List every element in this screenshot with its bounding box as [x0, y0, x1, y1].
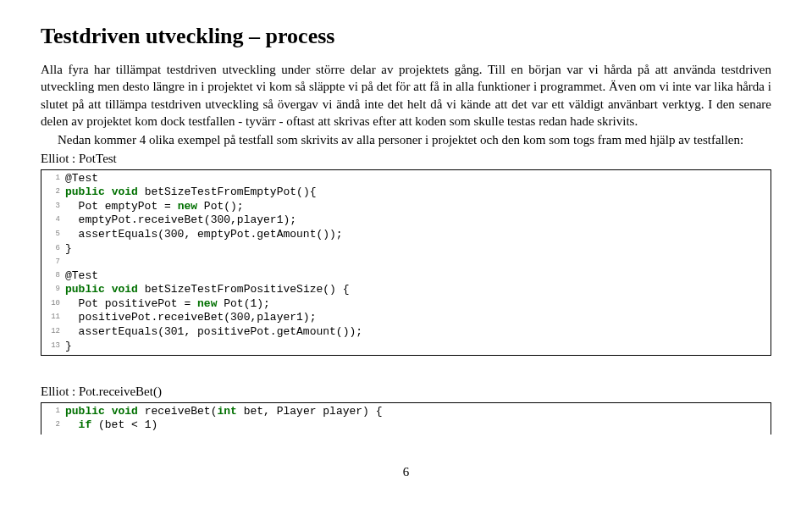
line-number: 7 — [43, 256, 65, 269]
paragraph-2: Nedan kommer 4 olika exempel på testfall… — [41, 131, 771, 148]
line-number: 1 — [43, 172, 65, 186]
code-block-2: 1public void receiveBet(int bet, Player … — [41, 402, 771, 435]
code-line: assertEquals(300, emptyPot.getAmount()); — [65, 228, 343, 242]
code-line: assertEquals(301, positivePot.getAmount(… — [65, 325, 362, 340]
paragraph-1: Alla fyra har tillämpat testdriven utvec… — [41, 61, 771, 130]
line-number: 12 — [43, 325, 65, 340]
code-line: public void receiveBet(int bet, Player p… — [65, 405, 383, 419]
code-line: } — [65, 242, 72, 257]
code-line: public void betSizeTestFromEmptyPot(){ — [65, 185, 316, 200]
line-number: 5 — [43, 228, 65, 242]
code-line: @Test — [65, 269, 98, 284]
line-number: 3 — [43, 200, 65, 214]
line-number: 11 — [43, 311, 65, 325]
line-number: 13 — [43, 340, 65, 354]
code-line: positivePot.receiveBet(300,player1); — [65, 311, 316, 325]
caption-elliot-receivebet: Elliot : Pot.receiveBet() — [41, 383, 771, 400]
line-number: 4 — [43, 213, 65, 228]
section-heading: Testdriven utveckling – process — [41, 24, 771, 49]
caption-elliot-pottest: Elliot : PotTest — [41, 150, 771, 167]
code-line: public void betSizeTestFromPositiveSize(… — [65, 283, 349, 297]
code-line: Pot positivePot = new Pot(1); — [65, 297, 270, 312]
code-line: emptyPot.receiveBet(300,player1); — [65, 213, 296, 228]
line-number: 2 — [43, 418, 65, 433]
code-line: if (bet < 1) — [65, 418, 157, 433]
line-number: 1 — [43, 405, 65, 419]
line-number: 10 — [43, 297, 65, 312]
line-number: 6 — [43, 242, 65, 257]
code-block-1: 1@Test 2public void betSizeTestFromEmpty… — [41, 169, 771, 357]
line-number: 2 — [43, 185, 65, 200]
line-number: 9 — [43, 283, 65, 297]
line-number: 8 — [43, 269, 65, 284]
code-line: } — [65, 340, 72, 354]
code-line: Pot emptyPot = new Pot(); — [65, 200, 244, 214]
page-number: 6 — [403, 465, 410, 479]
code-line: @Test — [65, 172, 98, 186]
